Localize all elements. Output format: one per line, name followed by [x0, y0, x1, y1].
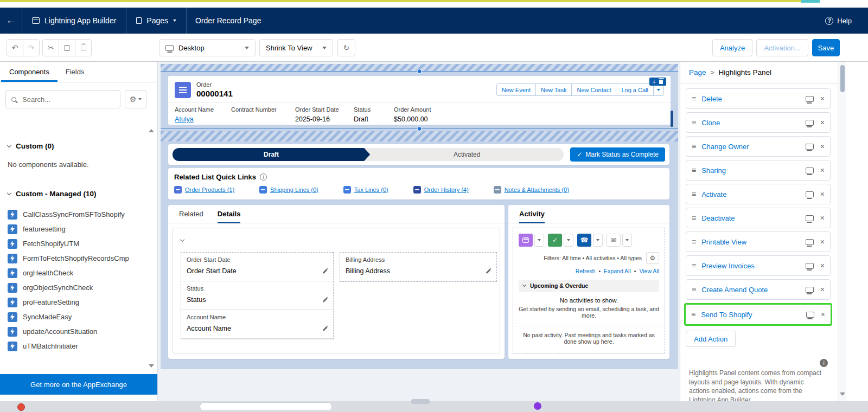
undo-button[interactable]: ↶: [7, 39, 23, 56]
scrollbar-down-arrow[interactable]: [840, 392, 845, 396]
copy-button[interactable]: [59, 39, 75, 56]
search-input[interactable]: [21, 95, 114, 104]
pages-menu[interactable]: Pages: [126, 8, 187, 34]
vertical-scrollbar[interactable]: [838, 62, 846, 401]
action-label[interactable]: Deactivate: [701, 214, 800, 222]
component-item[interactable]: updateAccountSituation: [0, 324, 157, 339]
component-item[interactable]: SyncMadeEasy: [0, 310, 157, 324]
upcoming-overdue-header[interactable]: Upcoming & Overdue: [519, 280, 659, 292]
drag-handle-icon[interactable]: ≡: [692, 238, 696, 246]
edit-pencil-icon[interactable]: [323, 269, 328, 274]
action-row[interactable]: ≡ Deactivate ×: [686, 208, 831, 228]
email-icon[interactable]: ✉: [607, 234, 621, 247]
email-dropdown-button[interactable]: [622, 234, 632, 247]
remove-action-icon[interactable]: ×: [821, 311, 825, 318]
remove-action-icon[interactable]: ×: [820, 238, 825, 246]
drag-handle-icon[interactable]: ≡: [692, 166, 696, 174]
back-button[interactable]: ←: [0, 8, 22, 34]
drag-handle-icon[interactable]: ≡: [692, 190, 696, 198]
drag-handle-icon[interactable]: ≡: [692, 143, 696, 150]
refresh-link[interactable]: Refresh: [576, 268, 596, 274]
add-component-icon[interactable]: +: [653, 79, 656, 85]
info-icon[interactable]: i: [260, 173, 267, 181]
analyze-button[interactable]: Analyze: [712, 39, 752, 56]
path-stage-current[interactable]: Draft: [173, 148, 370, 161]
component-drag-handle-top[interactable]: [417, 69, 422, 74]
tab-details[interactable]: Details: [218, 205, 241, 223]
preview-scrollbar-thumb[interactable]: [671, 111, 673, 127]
action-label[interactable]: Activate: [701, 190, 800, 198]
new-event-button[interactable]: New Event: [496, 83, 536, 96]
quick-link[interactable]: Order History (4): [413, 186, 469, 194]
tab-activity[interactable]: Activity: [519, 205, 545, 223]
quick-link[interactable]: Order Products (1): [174, 186, 234, 194]
redo-button[interactable]: ↷: [23, 39, 40, 56]
drag-handle-icon[interactable]: ≡: [692, 95, 696, 102]
remove-action-icon[interactable]: ×: [820, 166, 825, 174]
action-label[interactable]: Printable View: [701, 238, 800, 246]
action-label[interactable]: Create Amend Quote: [701, 286, 800, 294]
log-a-call-button[interactable]: Log a Call: [616, 83, 654, 96]
remove-action-icon[interactable]: ×: [820, 190, 825, 198]
event-dropdown-button[interactable]: [534, 234, 544, 247]
edit-pencil-icon[interactable]: [323, 298, 328, 302]
component-item[interactable]: FormToFetchShopifyRecordsCmp: [0, 251, 157, 266]
mark-status-complete-button[interactable]: ✓ Mark Status as Complete: [570, 147, 665, 162]
tab-fields[interactable]: Fields: [58, 62, 93, 82]
component-item[interactable]: orgHealthCheck: [0, 266, 157, 280]
add-action-button[interactable]: Add Action: [686, 331, 736, 347]
component-item[interactable]: featuresetting: [0, 222, 157, 236]
action-label[interactable]: Clone: [701, 119, 800, 127]
action-row[interactable]: ≡ Sharing ×: [686, 160, 831, 181]
remove-action-icon[interactable]: ×: [820, 286, 825, 293]
action-label[interactable]: Delete: [701, 95, 800, 103]
view-all-link[interactable]: View All: [639, 268, 659, 274]
activity-settings-button[interactable]: ⚙: [646, 252, 659, 264]
sidebar-scroll-down-arrow[interactable]: [149, 364, 154, 368]
expand-all-link[interactable]: Expand All: [604, 268, 631, 274]
action-label[interactable]: Preview Invoices: [701, 262, 800, 270]
remove-action-icon[interactable]: ×: [820, 95, 825, 102]
new-task-icon[interactable]: ✓: [548, 234, 562, 247]
device-dropdown[interactable]: Desktop: [159, 39, 256, 56]
task-dropdown-button[interactable]: [564, 234, 573, 247]
tab-components[interactable]: Components: [1, 62, 58, 82]
section-collapse-chevron-icon[interactable]: [181, 235, 184, 243]
call-dropdown-button[interactable]: [593, 234, 603, 247]
drag-handle-icon[interactable]: ≡: [692, 119, 696, 126]
remove-action-icon[interactable]: ×: [820, 214, 825, 222]
action-row[interactable]: ≡ Activate ×: [686, 184, 831, 204]
new-event-icon[interactable]: [519, 234, 533, 247]
drag-handle-icon[interactable]: ≡: [691, 311, 695, 318]
component-item[interactable]: proFeatureSetting: [0, 295, 157, 310]
help-button[interactable]: ? Help: [825, 8, 852, 34]
sidebar-scroll-up-arrow[interactable]: [149, 129, 154, 132]
tab-related[interactable]: Related: [179, 205, 203, 223]
activation-button[interactable]: Activation...: [756, 39, 808, 56]
remove-action-icon[interactable]: ×: [820, 119, 825, 126]
action-label[interactable]: Sharing: [701, 166, 800, 175]
breadcrumb-page-link[interactable]: Page: [689, 68, 706, 76]
component-settings-button[interactable]: ⚙: [125, 90, 146, 108]
section-custom[interactable]: Custom (0): [8, 142, 54, 150]
edit-pencil-icon[interactable]: [486, 269, 491, 274]
remove-action-icon[interactable]: ×: [820, 143, 825, 150]
new-contact-button[interactable]: New Contact: [571, 83, 616, 96]
component-item[interactable]: CallClassSyncFromSFToShopify: [0, 207, 157, 222]
component-item[interactable]: uTMBatchInitiater: [0, 339, 157, 353]
scrollbar-thumb[interactable]: [840, 65, 845, 92]
edit-pencil-icon[interactable]: [323, 326, 328, 331]
action-row[interactable]: ≡ Preview Invoices ×: [686, 255, 831, 276]
quick-link[interactable]: Tax Lines (0): [343, 186, 388, 194]
drag-handle-icon[interactable]: ≡: [692, 262, 696, 269]
action-row[interactable]: ≡ Delete ×: [686, 88, 831, 109]
new-task-button[interactable]: New Task: [535, 83, 572, 96]
remove-action-icon[interactable]: ×: [820, 262, 825, 269]
section-custom-managed[interactable]: Custom - Managed (10): [8, 190, 97, 198]
trash-icon[interactable]: [659, 80, 663, 84]
info-icon[interactable]: i: [820, 359, 828, 367]
action-label[interactable]: Change Owner: [701, 143, 800, 151]
drag-handle-icon[interactable]: ≡: [692, 286, 696, 293]
cut-button[interactable]: ✂: [42, 39, 59, 56]
log-call-icon[interactable]: ☎: [577, 234, 591, 247]
